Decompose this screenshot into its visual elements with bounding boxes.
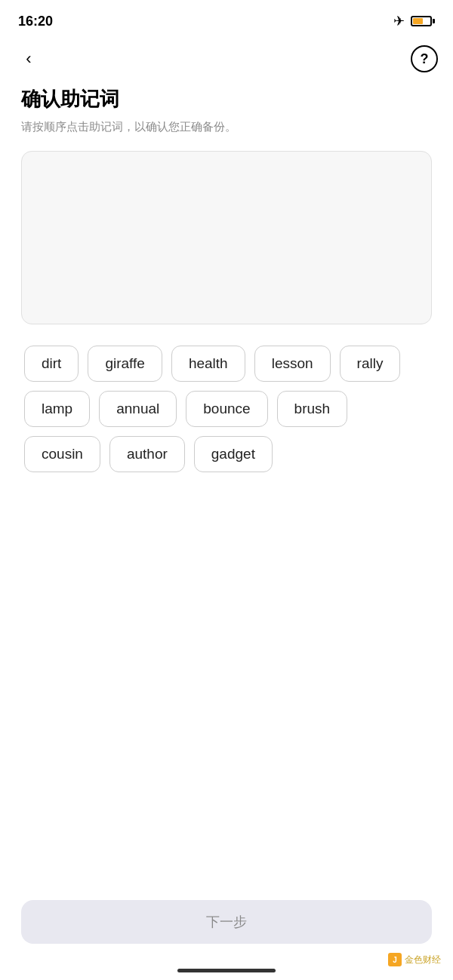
word-chip-cousin[interactable]: cousin — [24, 436, 100, 472]
page-subtitle: 请按顺序点击助记词，以确认您正确备份。 — [21, 118, 432, 136]
word-chip-brush[interactable]: brush — [277, 391, 348, 427]
word-chip-lamp[interactable]: lamp — [24, 391, 90, 427]
word-chip-dirt[interactable]: dirt — [24, 346, 79, 382]
battery-icon — [411, 16, 435, 26]
back-button[interactable]: ‹ — [15, 45, 42, 72]
status-icons: ✈ — [393, 13, 435, 29]
page-title: 确认助记词 — [21, 86, 432, 112]
page-content: 确认助记词 请按顺序点击助记词，以确认您正确备份。 dirtgiraffehea… — [0, 78, 453, 472]
airplane-icon: ✈ — [393, 13, 405, 29]
watermark-icon: J — [388, 953, 402, 966]
mnemonic-selection-box — [21, 151, 432, 324]
status-time: 16:20 — [18, 14, 53, 29]
word-chip-health[interactable]: health — [171, 346, 245, 382]
next-button[interactable]: 下一步 — [21, 900, 432, 944]
bottom-area: 下一步 — [0, 900, 453, 944]
word-grid: dirtgiraffehealthlessonrallylampannualbo… — [21, 346, 432, 472]
word-chip-lesson[interactable]: lesson — [254, 346, 331, 382]
word-chip-gadget[interactable]: gadget — [194, 436, 273, 472]
word-chip-annual[interactable]: annual — [99, 391, 177, 427]
watermark-text: 金色财经 — [405, 954, 441, 966]
watermark: J 金色财经 — [388, 953, 441, 966]
home-indicator — [177, 969, 276, 972]
word-chip-bounce[interactable]: bounce — [186, 391, 267, 427]
nav-bar: ‹ ? — [0, 39, 453, 78]
help-button[interactable]: ? — [411, 45, 438, 72]
word-chip-author[interactable]: author — [109, 436, 185, 472]
word-chip-rally[interactable]: rally — [340, 346, 401, 382]
word-chip-giraffe[interactable]: giraffe — [88, 346, 162, 382]
status-bar: 16:20 ✈ — [0, 0, 453, 39]
